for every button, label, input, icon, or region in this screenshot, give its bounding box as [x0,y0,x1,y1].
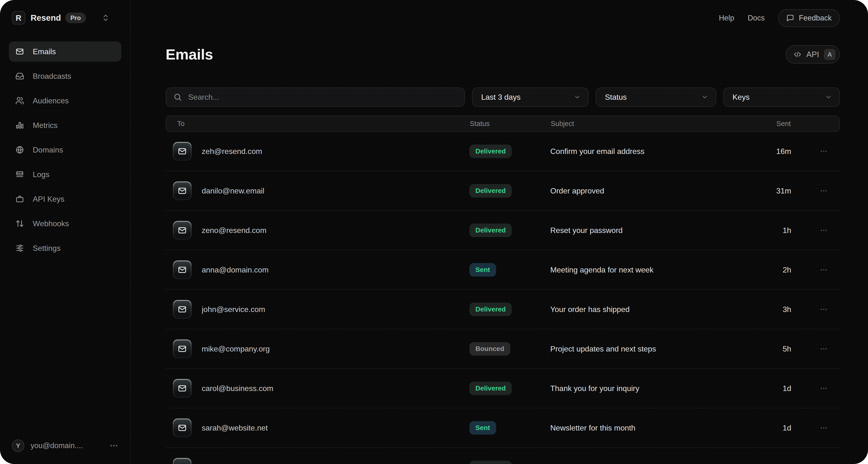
sidebar-item-emails[interactable]: Emails [9,41,121,62]
recipient-email: mike@company.org [202,345,270,353]
status-badge: Bounced [469,342,510,356]
mail-icon [178,265,187,274]
arrow-up-down-icon [16,219,24,228]
row-menu-ellipsis-icon[interactable] [819,384,828,393]
sidebar-item-audiences[interactable]: Audiences [9,91,121,111]
mail-icon [178,463,187,464]
sidebar-item-metrics[interactable]: Metrics [9,115,121,136]
dropdown-selected-value: Last 3 days [481,93,521,102]
email-tile [173,260,192,279]
table-row[interactable]: carol@business.com Delivered Thank you f… [165,369,840,408]
org-switcher-row[interactable]: R Resend Pro [0,0,130,25]
brand-name: Resend [31,13,61,23]
chevron-down-icon [701,93,708,101]
email-tile [173,221,192,240]
email-tile [173,142,192,161]
sidebar-item-webhooks[interactable]: Webhooks [9,213,121,234]
topbar-link-docs[interactable]: Docs [748,14,765,22]
topbar-links: HelpDocs [719,14,765,22]
recipient-email: zeh@resend.com [202,147,262,156]
sent-time: 1d [750,384,791,393]
table-row[interactable]: Delivered [165,448,840,464]
email-subject: Newsletter for this month [550,424,750,432]
user-menu-ellipsis-icon[interactable] [109,441,118,450]
row-menu-ellipsis-icon[interactable] [819,424,828,432]
sidebar-item-api-keys[interactable]: API Keys [9,189,121,209]
briefcase-icon [16,195,24,203]
filter-dropdown-keys[interactable]: Keys [723,87,840,107]
email-tile [173,181,192,200]
mail-icon [178,344,187,353]
recipient-email: john@service.com [202,305,265,314]
sidebar-item-domains[interactable]: Domains [9,140,121,160]
email-subject: Your order has shipped [550,305,750,314]
email-subject: Reset your password [550,226,750,235]
email-tile [173,458,192,464]
rows-icon [16,170,24,179]
row-menu-ellipsis-icon[interactable] [819,345,828,353]
table-rows: zeh@resend.com Delivered Confirm your em… [165,132,840,464]
sidebar-item-label: Webhooks [33,219,69,228]
table-row[interactable]: danilo@new.email Delivered Order approve… [165,171,840,211]
recipient-email: sarah@website.net [202,424,268,432]
search-box [165,87,465,107]
table-row[interactable]: anna@domain.com Sent Meeting agenda for … [165,250,840,290]
email-tile [173,340,192,358]
globe-icon [16,146,24,154]
status-badge: Delivered [469,145,512,158]
row-menu-ellipsis-icon[interactable] [819,305,828,313]
message-square-icon [786,14,794,22]
mail-icon [178,384,187,393]
sidebar-item-broadcasts[interactable]: Broadcasts [9,66,121,86]
mail-icon [178,186,187,195]
users-icon [16,96,24,105]
sent-time: 16m [750,147,791,156]
row-menu-ellipsis-icon[interactable] [819,266,828,274]
mail-icon [178,147,187,156]
table-row[interactable]: sarah@website.net Sent Newsletter for th… [165,408,840,448]
recipient-email: zeno@resend.com [202,226,267,235]
row-menu-ellipsis-icon[interactable] [819,226,828,234]
sidebar-item-logs[interactable]: Logs [9,164,121,184]
sidebar-item-label: Emails [33,47,56,56]
sidebar-item-settings[interactable]: Settings [9,238,121,258]
table-row[interactable]: zeh@resend.com Delivered Confirm your em… [165,132,840,171]
user-row[interactable]: Y you@domain.... [0,439,130,464]
column-header-to: To [166,120,470,128]
email-subject: Order approved [550,186,750,195]
status-badge: Sent [469,421,496,435]
sidebar-item-label: Metrics [33,121,58,130]
column-header-sent: Sent [750,120,791,128]
search-input[interactable] [188,92,457,102]
status-badge: Delivered [469,461,512,464]
resend-logo-letter: R [16,14,22,22]
row-menu-ellipsis-icon[interactable] [819,147,828,155]
status-badge: Delivered [469,382,512,395]
plan-badge: Pro [65,12,86,23]
row-menu-ellipsis-icon[interactable] [819,187,828,195]
filter-dropdown-last-3-days[interactable]: Last 3 days [472,87,589,107]
chevrons-up-down-icon[interactable] [101,14,110,22]
title-row: Emails API A [165,45,840,64]
column-header-status: Status [470,120,551,128]
table-row[interactable]: john@service.com Delivered Your order ha… [165,290,840,329]
topbar: HelpDocs Feedback [165,0,840,36]
table-row[interactable]: zeno@resend.com Delivered Reset your pas… [165,211,840,250]
feedback-label: Feedback [799,14,832,22]
table-row[interactable]: mike@company.org Bounced Project updates… [165,329,840,369]
sidebar-item-label: Logs [33,170,49,179]
recipient-email: danilo@new.email [202,186,264,195]
api-button-label: API [806,50,819,59]
search-icon [173,93,182,102]
user-email: you@domain.... [31,441,83,450]
chevron-down-icon [574,93,581,101]
main-content: HelpDocs Feedback Emails API A Last 3 da… [131,0,868,464]
bar-chart-icon [16,121,24,129]
api-shortcut-key: A [824,49,836,60]
topbar-link-help[interactable]: Help [719,14,734,22]
feedback-button[interactable]: Feedback [778,9,840,27]
email-subject: Confirm your email address [550,147,750,156]
status-badge: Sent [469,263,496,277]
api-button[interactable]: API A [786,45,840,64]
filter-dropdown-status[interactable]: Status [596,87,716,107]
